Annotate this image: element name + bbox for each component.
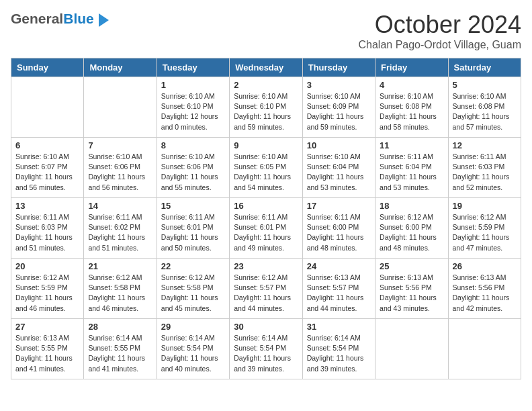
col-header-tuesday: Tuesday — [157, 58, 229, 77]
day-info: Sunrise: 6:12 AMSunset: 5:58 PMDaylight:… — [161, 273, 225, 314]
calendar-cell: 20Sunrise: 6:12 AMSunset: 5:59 PMDayligh… — [11, 259, 84, 319]
day-number: 21 — [88, 261, 152, 271]
calendar-cell — [84, 77, 157, 138]
day-info: Sunrise: 6:10 AMSunset: 6:07 PMDaylight:… — [15, 152, 79, 193]
calendar-cell: 28Sunrise: 6:14 AMSunset: 5:55 PMDayligh… — [84, 319, 157, 379]
calendar-cell: 5Sunrise: 6:10 AMSunset: 6:08 PMDaylight… — [448, 77, 521, 138]
day-info: Sunrise: 6:13 AMSunset: 5:57 PMDaylight:… — [307, 273, 371, 314]
day-info: Sunrise: 6:10 AMSunset: 6:06 PMDaylight:… — [161, 152, 225, 193]
calendar-cell: 6Sunrise: 6:10 AMSunset: 6:07 PMDaylight… — [11, 138, 84, 198]
day-number: 6 — [15, 140, 79, 150]
logo: GeneralBlue — [11, 11, 109, 28]
calendar-cell: 29Sunrise: 6:14 AMSunset: 5:54 PMDayligh… — [157, 319, 229, 379]
day-info: Sunrise: 6:13 AMSunset: 5:55 PMDaylight:… — [15, 333, 79, 374]
day-number: 3 — [307, 80, 371, 90]
calendar-cell: 12Sunrise: 6:11 AMSunset: 6:03 PMDayligh… — [448, 138, 521, 198]
calendar-cell: 13Sunrise: 6:11 AMSunset: 6:03 PMDayligh… — [11, 198, 84, 259]
calendar-cell: 14Sunrise: 6:11 AMSunset: 6:02 PMDayligh… — [84, 198, 157, 259]
calendar-week-row: 27Sunrise: 6:13 AMSunset: 5:55 PMDayligh… — [11, 319, 521, 379]
day-info: Sunrise: 6:14 AMSunset: 5:54 PMDaylight:… — [307, 333, 371, 374]
day-number: 17 — [307, 201, 371, 211]
day-number: 1 — [161, 80, 225, 90]
day-info: Sunrise: 6:10 AMSunset: 6:10 PMDaylight:… — [161, 91, 225, 132]
day-info: Sunrise: 6:11 AMSunset: 6:04 PMDaylight:… — [380, 152, 443, 193]
day-number: 25 — [380, 261, 443, 271]
day-number: 29 — [161, 322, 225, 332]
location-title: Chalan Pago-Ordot Village, Guam — [358, 39, 521, 51]
day-number: 18 — [380, 201, 443, 211]
day-number: 9 — [234, 140, 298, 150]
calendar-cell: 10Sunrise: 6:10 AMSunset: 6:04 PMDayligh… — [302, 138, 375, 198]
day-info: Sunrise: 6:11 AMSunset: 6:01 PMDaylight:… — [161, 212, 225, 253]
calendar-cell: 21Sunrise: 6:12 AMSunset: 5:58 PMDayligh… — [84, 259, 157, 319]
day-info: Sunrise: 6:12 AMSunset: 5:59 PMDaylight:… — [453, 212, 517, 253]
day-number: 22 — [161, 261, 225, 271]
day-info: Sunrise: 6:13 AMSunset: 5:56 PMDaylight:… — [380, 273, 443, 314]
day-info: Sunrise: 6:14 AMSunset: 5:55 PMDaylight:… — [88, 333, 152, 374]
calendar-cell: 30Sunrise: 6:14 AMSunset: 5:54 PMDayligh… — [230, 319, 302, 379]
calendar-cell: 4Sunrise: 6:10 AMSunset: 6:08 PMDaylight… — [375, 77, 448, 138]
logo-general-text: General — [11, 11, 63, 26]
calendar-cell: 26Sunrise: 6:13 AMSunset: 5:56 PMDayligh… — [448, 259, 521, 319]
day-number: 27 — [15, 322, 79, 332]
calendar-cell: 2Sunrise: 6:10 AMSunset: 6:10 PMDaylight… — [230, 77, 302, 138]
calendar-week-row: 6Sunrise: 6:10 AMSunset: 6:07 PMDaylight… — [11, 138, 521, 198]
day-number: 11 — [380, 140, 443, 150]
calendar-header-row: SundayMondayTuesdayWednesdayThursdayFrid… — [11, 58, 521, 77]
day-number: 5 — [453, 80, 517, 90]
day-number: 26 — [453, 261, 517, 271]
col-header-saturday: Saturday — [448, 58, 521, 77]
calendar-cell — [448, 319, 521, 379]
day-info: Sunrise: 6:11 AMSunset: 6:02 PMDaylight:… — [88, 212, 152, 253]
day-number: 24 — [307, 261, 371, 271]
day-info: Sunrise: 6:10 AMSunset: 6:09 PMDaylight:… — [307, 91, 371, 132]
day-info: Sunrise: 6:10 AMSunset: 6:08 PMDaylight:… — [453, 91, 517, 132]
calendar-cell: 15Sunrise: 6:11 AMSunset: 6:01 PMDayligh… — [157, 198, 229, 259]
logo-arrow-icon — [99, 13, 109, 27]
calendar-cell: 25Sunrise: 6:13 AMSunset: 5:56 PMDayligh… — [375, 259, 448, 319]
calendar-table: SundayMondayTuesdayWednesdayThursdayFrid… — [11, 58, 521, 379]
day-number: 10 — [307, 140, 371, 150]
day-number: 30 — [234, 322, 298, 332]
day-number: 8 — [161, 140, 225, 150]
day-info: Sunrise: 6:12 AMSunset: 5:59 PMDaylight:… — [15, 273, 79, 314]
calendar-cell: 3Sunrise: 6:10 AMSunset: 6:09 PMDaylight… — [302, 77, 375, 138]
day-number: 14 — [88, 201, 152, 211]
calendar-cell: 24Sunrise: 6:13 AMSunset: 5:57 PMDayligh… — [302, 259, 375, 319]
calendar-cell: 1Sunrise: 6:10 AMSunset: 6:10 PMDaylight… — [157, 77, 229, 138]
day-info: Sunrise: 6:12 AMSunset: 5:58 PMDaylight:… — [88, 273, 152, 314]
day-number: 13 — [15, 201, 79, 211]
day-info: Sunrise: 6:14 AMSunset: 5:54 PMDaylight:… — [234, 333, 298, 374]
calendar-cell: 11Sunrise: 6:11 AMSunset: 6:04 PMDayligh… — [375, 138, 448, 198]
day-number: 20 — [15, 261, 79, 271]
calendar-week-row: 1Sunrise: 6:10 AMSunset: 6:10 PMDaylight… — [11, 77, 521, 138]
day-info: Sunrise: 6:10 AMSunset: 6:08 PMDaylight:… — [380, 91, 443, 132]
day-info: Sunrise: 6:10 AMSunset: 6:06 PMDaylight:… — [88, 152, 152, 193]
header: GeneralBlue October 2024 Chalan Pago-Ord… — [11, 11, 521, 51]
calendar-cell — [11, 77, 84, 138]
col-header-thursday: Thursday — [302, 58, 375, 77]
calendar-cell — [375, 319, 448, 379]
day-info: Sunrise: 6:11 AMSunset: 6:01 PMDaylight:… — [234, 212, 298, 253]
day-info: Sunrise: 6:12 AMSunset: 5:57 PMDaylight:… — [234, 273, 298, 314]
day-number: 23 — [234, 261, 298, 271]
col-header-monday: Monday — [84, 58, 157, 77]
day-info: Sunrise: 6:10 AMSunset: 6:04 PMDaylight:… — [307, 152, 371, 193]
day-number: 16 — [234, 201, 298, 211]
calendar-cell: 7Sunrise: 6:10 AMSunset: 6:06 PMDaylight… — [84, 138, 157, 198]
calendar-cell: 27Sunrise: 6:13 AMSunset: 5:55 PMDayligh… — [11, 319, 84, 379]
calendar-cell: 23Sunrise: 6:12 AMSunset: 5:57 PMDayligh… — [230, 259, 302, 319]
calendar-week-row: 13Sunrise: 6:11 AMSunset: 6:03 PMDayligh… — [11, 198, 521, 259]
calendar-cell: 16Sunrise: 6:11 AMSunset: 6:01 PMDayligh… — [230, 198, 302, 259]
day-number: 4 — [380, 80, 443, 90]
day-info: Sunrise: 6:11 AMSunset: 6:03 PMDaylight:… — [453, 152, 517, 193]
calendar-cell: 9Sunrise: 6:10 AMSunset: 6:05 PMDaylight… — [230, 138, 302, 198]
calendar-cell: 31Sunrise: 6:14 AMSunset: 5:54 PMDayligh… — [302, 319, 375, 379]
day-info: Sunrise: 6:12 AMSunset: 6:00 PMDaylight:… — [380, 212, 443, 253]
calendar-cell: 8Sunrise: 6:10 AMSunset: 6:06 PMDaylight… — [157, 138, 229, 198]
day-number: 2 — [234, 80, 298, 90]
day-info: Sunrise: 6:13 AMSunset: 5:56 PMDaylight:… — [453, 273, 517, 314]
title-section: October 2024 Chalan Pago-Ordot Village, … — [358, 11, 521, 51]
day-info: Sunrise: 6:11 AMSunset: 6:00 PMDaylight:… — [307, 212, 371, 253]
day-number: 15 — [161, 201, 225, 211]
